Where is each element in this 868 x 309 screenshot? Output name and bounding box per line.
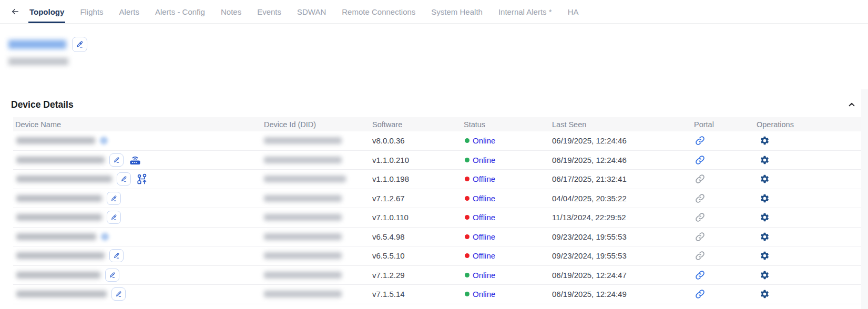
router-wifi-icon[interactable] — [128, 154, 142, 166]
status-dot-offline — [465, 177, 469, 181]
tab-notes[interactable]: Notes — [221, 0, 241, 23]
gear-icon[interactable] — [760, 136, 770, 146]
status-link[interactable]: Online — [473, 271, 495, 280]
status-link[interactable]: Offline — [473, 232, 495, 241]
tab-flights[interactable]: Flights — [80, 0, 103, 23]
last-seen-timestamp: 06/19/2025, 12:24:46 — [552, 131, 627, 150]
software-version: v7.1.5.14 — [372, 285, 405, 304]
portal-link-icon[interactable] — [695, 232, 705, 242]
gear-icon[interactable] — [760, 193, 770, 203]
table-row: v6.5.4.98 Offline 09/23/2024, 19:55:53 — [13, 228, 861, 247]
status-link[interactable]: Online — [473, 136, 495, 145]
col-header-portal: Portal — [694, 117, 714, 131]
last-seen-timestamp: 09/23/2024, 19:55:53 — [552, 246, 627, 265]
table-row: v1.1.0.198 Offline 06/17/2025, 21:32:41 — [13, 170, 861, 189]
tab-internal-alerts[interactable]: Internal Alerts * — [498, 0, 552, 23]
status-link[interactable]: Offline — [473, 213, 495, 222]
status-link[interactable]: Online — [473, 156, 495, 164]
portal-link-icon[interactable] — [695, 193, 705, 203]
status-dot-offline — [465, 234, 469, 239]
edit-device-name-button[interactable] — [109, 153, 124, 167]
gear-icon[interactable] — [760, 155, 770, 165]
chevron-up-icon[interactable] — [845, 98, 858, 111]
edit-device-name-button[interactable] — [107, 192, 121, 205]
gear-icon[interactable] — [760, 270, 770, 280]
edit-site-name-button[interactable] — [72, 37, 87, 52]
tab-topology[interactable]: Topology — [29, 0, 64, 23]
software-version: v1.1.0.210 — [372, 151, 409, 170]
tab-alerts[interactable]: Alerts — [119, 0, 139, 23]
tab-alerts-config[interactable]: Alerts - Config — [155, 0, 205, 23]
redacted-device-name — [16, 195, 102, 202]
back-arrow-icon[interactable] — [7, 0, 23, 23]
software-version: v8.0.0.36 — [372, 131, 405, 150]
redacted-device-id — [264, 233, 342, 240]
redacted-device-name — [16, 137, 95, 144]
redacted-device-id — [264, 195, 342, 202]
status-link[interactable]: Online — [473, 290, 495, 298]
redacted-device-id — [264, 252, 342, 259]
edit-device-name-button[interactable] — [107, 211, 121, 224]
status-link[interactable]: Offline — [473, 251, 495, 260]
edit-device-name-button[interactable] — [105, 269, 119, 282]
redacted-device-id — [264, 137, 342, 144]
gear-icon[interactable] — [760, 251, 770, 261]
col-header-last-seen: Last Seen — [552, 117, 586, 131]
software-version: v7.1.2.67 — [372, 189, 405, 208]
redacted-site-name — [8, 40, 66, 49]
gear-icon[interactable] — [760, 289, 770, 299]
software-version: v7.1.0.110 — [372, 208, 409, 227]
status-dot-offline — [465, 215, 469, 220]
col-header-software: Software — [372, 117, 402, 131]
software-version: v7.1.2.29 — [372, 266, 405, 285]
last-seen-timestamp: 06/19/2025, 12:24:47 — [552, 266, 627, 285]
software-version: v6.5.5.10 — [372, 246, 405, 265]
redacted-info-icon — [100, 137, 108, 145]
status-dot-online — [465, 292, 469, 296]
tab-system-health[interactable]: System Health — [431, 0, 483, 23]
table-header-row: Device Name Device Id (DID) Software Sta… — [13, 117, 861, 131]
redacted-device-id — [264, 176, 346, 182]
tab-ha[interactable]: HA — [568, 0, 579, 23]
gear-icon[interactable] — [760, 174, 770, 184]
col-header-operations: Operations — [757, 117, 794, 131]
portal-link-icon[interactable] — [695, 174, 705, 184]
redacted-device-id — [264, 157, 342, 163]
portal-link-icon[interactable] — [695, 289, 705, 299]
tab-sdwan[interactable]: SDWAN — [297, 0, 326, 23]
status-dot-online — [465, 158, 469, 162]
status-dot-offline — [465, 196, 469, 201]
scrollbar-track[interactable] — [861, 89, 868, 309]
status-link[interactable]: Offline — [473, 174, 495, 183]
portal-link-icon[interactable] — [695, 270, 705, 280]
portal-link-icon[interactable] — [695, 251, 705, 261]
gear-icon[interactable] — [760, 232, 770, 242]
last-seen-timestamp: 06/17/2025, 21:32:41 — [552, 170, 627, 189]
status-link[interactable]: Offline — [473, 194, 495, 203]
status-dot-online — [465, 273, 469, 277]
pencil-icon — [76, 40, 84, 48]
table-row: v8.0.0.36 Online 06/19/2025, 12:24:46 — [13, 131, 861, 151]
gear-icon[interactable] — [760, 212, 770, 222]
section-title: Device Details — [11, 99, 74, 110]
tab-events[interactable]: Events — [257, 0, 281, 23]
portal-link-icon[interactable] — [695, 155, 705, 165]
table-row: v1.1.0.210 Online 06/19/2025, 12:24:46 — [13, 151, 861, 170]
nav-tabs: Topology Flights Alerts Alerts - Config … — [29, 0, 578, 23]
device-details-table: Device Name Device Id (DID) Software Sta… — [13, 117, 861, 304]
table-row: v6.5.5.10 Offline 09/23/2024, 19:55:53 — [13, 246, 861, 266]
edit-device-name-button[interactable] — [111, 287, 126, 301]
portal-link-icon[interactable] — [695, 136, 705, 146]
redacted-device-name — [16, 157, 105, 163]
software-version: v1.1.0.198 — [372, 170, 409, 189]
table-row: v7.1.2.67 Offline 04/04/2025, 20:35:22 — [13, 189, 861, 209]
last-seen-timestamp: 11/13/2024, 22:29:52 — [552, 208, 626, 227]
portal-link-icon[interactable] — [695, 212, 705, 222]
device-hierarchy-icon[interactable] — [136, 173, 148, 185]
edit-device-name-button[interactable] — [117, 172, 131, 186]
table-row: v7.1.5.14 Online 06/19/2025, 12:24:49 — [13, 285, 861, 304]
last-seen-timestamp: 06/19/2025, 12:24:49 — [552, 285, 627, 304]
tab-remote-connections[interactable]: Remote Connections — [342, 0, 415, 23]
edit-device-name-button[interactable] — [109, 249, 124, 262]
redacted-device-name — [16, 214, 102, 221]
